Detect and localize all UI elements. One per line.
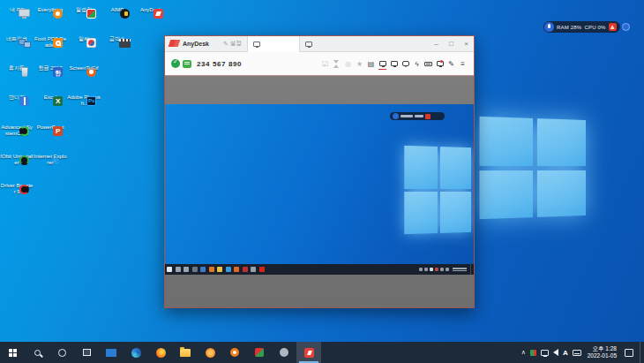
settings-tab-label: 설정 [230,40,242,48]
taskbar-item[interactable] [296,342,321,363]
chat-status-icon[interactable] [183,60,191,68]
remote-taskbar[interactable] [165,264,474,275]
remote-taskbar-icon[interactable] [226,267,231,272]
taskbar-item[interactable] [247,342,272,363]
toolbar-icon[interactable]: ≡ [459,59,467,68]
remote-taskbar-icon[interactable] [209,267,214,272]
monitor-icon [253,42,260,47]
taskbar-item[interactable] [74,342,99,363]
desktop-icon[interactable]: IObit Uninstaller [0,154,34,166]
remote-taskbar-icon[interactable] [243,267,248,272]
desktop-icon[interactable]: Foxit PDF Reader [34,36,67,49]
desktop-icon[interactable]: 알씨 [67,36,101,42]
toolbar-icon[interactable] [401,59,409,68]
ime-indicator[interactable]: A [563,349,568,357]
desktop-icon[interactable]: AnyDesk [134,7,168,13]
remote-booster-orb-icon [393,113,399,119]
desktop-icon[interactable]: AIMP [101,7,134,13]
toolbar-icon[interactable]: ★ [356,59,363,68]
desktop-icon[interactable]: 휴지통 [0,65,34,72]
remote-taskbar-icon[interactable] [176,267,181,272]
taskbar-item[interactable] [0,342,25,363]
tab-active-session[interactable] [247,36,300,52]
desktop-icon[interactable]: P PowerPoint [34,125,67,131]
anydesk-window: AnyDesk ✎ 설정 – □ × 234 567 890 [164,35,475,308]
anydesk-titlebar[interactable]: AnyDesk ✎ 설정 – □ × [165,36,474,52]
touch-keyboard-icon[interactable] [573,350,581,356]
taskbar-item[interactable] [25,342,49,363]
desktop-icon[interactable]: Ps Adobe Photosh.. [67,95,101,107]
booster-orb-icon[interactable] [544,22,554,32]
desktop-icon[interactable]: 곰믹스 [101,36,134,42]
cpu-usage: CPU 0% [584,25,605,30]
show-desktop-button[interactable] [640,342,642,363]
taskbar-item[interactable] [198,342,222,363]
pencil-icon: ✎ [223,41,228,48]
network-icon[interactable] [541,350,549,356]
minimize-button[interactable]: – [429,36,444,51]
host-taskbar: ∧ A 오후 1:28 2022-01-05 [0,342,644,363]
remote-taskbar-apps [167,267,265,272]
remote-taskbar-icon[interactable] [259,267,265,272]
taskbar-clock[interactable]: 오후 1:28 2022-01-05 [586,345,618,359]
desktop-icon[interactable]: X Excel [34,95,67,101]
toolbar-icon[interactable]: ✎ [447,59,455,68]
toolbar-icon[interactable]: ▤ [367,59,375,68]
toolbar-icon[interactable] [424,59,432,68]
tray-chevron-icon[interactable]: ∧ [521,349,526,356]
maximize-button[interactable]: □ [444,36,459,51]
desktop-icon[interactable]: 알캡처 [67,7,101,13]
taskbar-item[interactable] [99,342,124,363]
desktop-icon[interactable]: 내 PC [0,7,34,13]
anydesk-logo-icon [169,40,180,48]
desktop-icon[interactable]: Advanced SystemCare [0,125,34,137]
toolbar-icon[interactable]: ◎ [344,59,352,68]
desktop-icon[interactable]: 네트워크 [0,36,34,42]
remote-desktop-screen[interactable] [165,104,474,275]
remote-taskbar-icon[interactable] [200,267,206,272]
performance-monitor-widget[interactable]: RAM 28% CPU 0% [543,21,630,33]
remote-view-letterbox [165,76,474,307]
taskbar-item[interactable] [272,342,296,363]
toolbar-icon[interactable]: ☑ [321,59,329,68]
remote-show-desktop[interactable] [470,264,472,275]
toolbar-icon[interactable]: ϟ [413,59,421,68]
toolbar-icon[interactable] [390,59,398,68]
system-tray: ∧ A 오후 1:28 2022-01-05 [521,342,644,363]
desktop-icon[interactable]: ScreenToGif [67,65,101,72]
remote-taskbar-icon[interactable] [251,267,256,272]
tray-app-icon[interactable] [530,350,536,356]
boost-icon[interactable] [609,23,617,31]
close-button[interactable]: × [459,36,474,51]
desktop-icon[interactable]: 반디집 [0,95,34,101]
desktop-icon[interactable]: 한 한글 2018 [34,65,67,72]
toolbar-icon[interactable] [378,59,386,68]
new-session-tab-icon[interactable] [305,42,312,47]
desktop-icon[interactable]: Everything [34,7,67,13]
taskbar-apps [0,342,321,363]
taskbar-item[interactable] [222,342,247,363]
remote-boost-icon [425,114,431,119]
volume-icon[interactable] [553,349,558,356]
desktop-icon[interactable]: Driver Booster 9 [0,183,34,195]
windows-logo [479,117,585,219]
remote-taskbar-icon[interactable] [192,267,198,272]
remote-taskbar-icon[interactable] [183,267,189,272]
remote-taskbar-icon[interactable] [167,267,172,272]
taskbar-item[interactable] [49,342,74,363]
desktop-icon[interactable]: e Internet Explorer [34,154,67,166]
taskbar-item[interactable] [148,342,173,363]
toolbar-icon[interactable] [436,59,444,68]
desktop-icon-label: 휴지통 [0,65,34,72]
taskbar-item[interactable] [124,342,148,363]
action-center-icon[interactable] [625,349,633,357]
remote-taskbar-icon[interactable] [217,267,222,272]
taskbar-item[interactable] [173,342,198,363]
toolbar-icon[interactable] [333,59,341,68]
remote-taskbar-icon[interactable] [234,267,239,272]
widget-handle-icon[interactable] [622,23,630,31]
clock-time: 오후 1:28 [593,345,617,352]
remote-address: 234 567 890 [197,60,242,68]
tab-settings[interactable]: ✎ 설정 [218,36,247,52]
remote-system-tray [419,264,472,275]
